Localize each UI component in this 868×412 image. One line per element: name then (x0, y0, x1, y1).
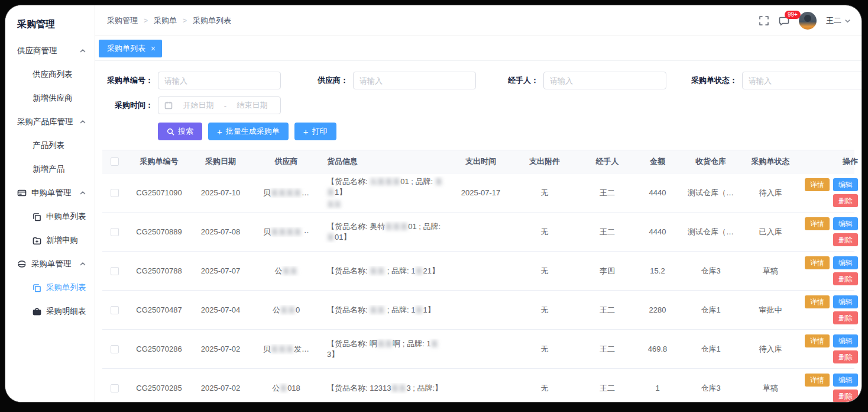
cell-attachment: 无 (509, 227, 580, 237)
row-checkbox[interactable] (111, 384, 119, 392)
status-input[interactable] (742, 72, 861, 89)
sidebar-group-suppliers[interactable]: 供应商管理 (5, 39, 95, 63)
delete-button[interactable]: 删除 (833, 350, 858, 363)
row-checkbox[interactable] (111, 345, 119, 353)
topbar: 采购管理>采购单>采购单列表 99+ 王二 (95, 5, 861, 36)
row-checkbox[interactable] (111, 267, 119, 275)
filter-order-no: 采购单编号： (103, 72, 281, 89)
table-row: CG25070788 2025-07-07 公某某 【货品名称: 某某 ; 品牌… (102, 252, 854, 291)
cell-amount: 2280 (634, 305, 681, 314)
delete-button[interactable]: 删除 (833, 194, 858, 207)
detail-button[interactable]: 详情 (805, 334, 830, 347)
cell-purchase-date: 2025-07-10 (191, 188, 250, 197)
chat-bubble-icon[interactable]: 99+ (779, 15, 789, 26)
sidebar-item-supplier-list[interactable]: 供应商列表 (5, 63, 95, 86)
briefcase-icon (33, 307, 41, 316)
credit-card-icon (17, 188, 27, 198)
cell-amount: 4440 (634, 227, 681, 236)
table-row: CG25070286 2025-07-02 贝某某某发… 【货品名称: 啊某某啊… (102, 330, 854, 369)
date-range-picker[interactable]: 开始日期 - 结束日期 (158, 96, 281, 114)
cell-goods-info: 【货品名称: 某某 ; 品牌: 1某21】 (322, 266, 452, 276)
batch-generate-button[interactable]: + 批量生成采购单 (208, 123, 289, 140)
supplier-input[interactable] (353, 72, 476, 89)
cell-attachment: 无 (509, 305, 580, 316)
sidebar-group-purchase-order[interactable]: 采购单管理 (5, 252, 95, 276)
cell-supplier: 公某某 (250, 266, 322, 276)
detail-button[interactable]: 详情 (805, 295, 830, 308)
detail-button[interactable]: 详情 (805, 217, 830, 230)
user-menu[interactable]: 王二 (826, 15, 851, 26)
row-checkbox[interactable] (111, 306, 119, 314)
select-all-checkbox[interactable] (111, 157, 119, 166)
edit-button[interactable]: 编辑 (833, 256, 858, 269)
copy-icon (33, 213, 41, 221)
sidebar-item-add-supplier[interactable]: 新增供应商 (5, 86, 95, 110)
end-date-placeholder: 结束日期 (230, 100, 274, 111)
delete-button[interactable]: 删除 (833, 272, 858, 285)
cell-handler: 王二 (580, 188, 634, 198)
cell-pay-time: 2025-07-17 (452, 188, 509, 197)
delete-button[interactable]: 删除 (833, 311, 858, 324)
cell-amount: 1 (634, 384, 681, 392)
delete-button[interactable]: 删除 (833, 233, 858, 246)
calendar-icon (164, 101, 173, 110)
edit-button[interactable]: 编辑 (833, 217, 858, 230)
cell-order-no: CG25071090 (127, 188, 191, 197)
delete-button[interactable]: 删除 (833, 390, 858, 402)
edit-button[interactable]: 编辑 (833, 295, 858, 308)
edit-button[interactable]: 编辑 (833, 374, 858, 387)
fullscreen-icon[interactable] (759, 15, 769, 26)
sidebar-item-product-list[interactable]: 产品列表 (5, 134, 95, 157)
breadcrumb: 采购管理>采购单>采购单列表 (107, 15, 231, 26)
detail-button[interactable]: 详情 (805, 374, 830, 387)
filter-purchase-time: 采购时间： 开始日期 - 结束日期 (103, 96, 281, 114)
sidebar-item-requisition-list[interactable]: 申购单列表 (5, 205, 95, 228)
detail-button[interactable]: 详情 (805, 178, 830, 191)
cell-amount: 4440 (634, 188, 681, 197)
cell-goods-info: 【货品名称: 啊某某啊 ; 品牌: 1某3】 (322, 339, 452, 360)
filter-actions: 搜索 + 批量生成采购单 + 打印 (158, 123, 854, 140)
breadcrumb-item[interactable]: 采购单 (154, 15, 177, 26)
cell-order-no: CG25070487 (127, 305, 191, 314)
cell-supplier: 贝某某某某… (250, 188, 322, 198)
avatar[interactable] (799, 12, 817, 30)
detail-button[interactable]: 详情 (805, 256, 830, 269)
cell-order-no: CG25070889 (127, 227, 191, 236)
close-icon[interactable]: × (151, 44, 156, 53)
cell-status: 已入库 (741, 227, 800, 237)
cell-handler: 李四 (580, 266, 634, 276)
cell-order-no: CG25070788 (127, 266, 191, 275)
cell-handler: 王二 (580, 305, 634, 316)
cell-amount: 15.2 (634, 266, 681, 275)
row-checkbox[interactable] (111, 189, 119, 197)
sidebar-group-requisition[interactable]: 申购单管理 (5, 181, 95, 205)
cell-warehouse: 仓库3 (681, 266, 741, 276)
cell-purchase-date: 2025-07-02 (191, 345, 250, 353)
folder-plus-icon (33, 236, 41, 245)
print-button[interactable]: + 打印 (294, 123, 336, 140)
cell-handler: 王二 (580, 344, 634, 355)
handler-input[interactable] (543, 72, 666, 89)
sidebar-item-purchase-order-list[interactable]: 采购单列表 (5, 276, 95, 300)
sidebar-item-add-product[interactable]: 新增产品 (5, 157, 95, 181)
row-checkbox[interactable] (111, 228, 119, 236)
chevron-up-icon (79, 47, 86, 54)
edit-button[interactable]: 编辑 (833, 334, 858, 347)
sidebar-group-product-library[interactable]: 采购产品库管理 (5, 110, 95, 134)
main-area: 采购管理>采购单>采购单列表 99+ 王二 采购单列表 × (95, 5, 861, 402)
sidebar-item-purchase-detail-list[interactable]: 采购明细表 (5, 300, 95, 323)
edit-button[interactable]: 编辑 (833, 178, 858, 191)
cell-order-no: CG25070285 (127, 384, 191, 392)
filter-handler: 经手人： (506, 72, 666, 89)
table-body: CG25071090 2025-07-10 贝某某某某… 【货品名称: 实某某某… (102, 173, 854, 402)
order-no-input[interactable] (158, 72, 281, 89)
sidebar-item-add-requisition[interactable]: 新增申购 (5, 228, 95, 252)
filter-row-1: 采购单编号： 供应商： 经手人： 采购单状态： (102, 72, 854, 89)
breadcrumb-item[interactable]: 采购管理 (107, 15, 138, 26)
search-button[interactable]: 搜索 (158, 123, 202, 140)
filter-status: 采购单状态： (688, 72, 861, 89)
plus-icon: + (303, 127, 309, 136)
tab-purchase-order-list[interactable]: 采购单列表 × (99, 40, 162, 57)
table-row: CG25071090 2025-07-10 贝某某某某… 【货品名称: 实某某某… (102, 173, 854, 213)
cell-handler: 王二 (580, 383, 634, 394)
